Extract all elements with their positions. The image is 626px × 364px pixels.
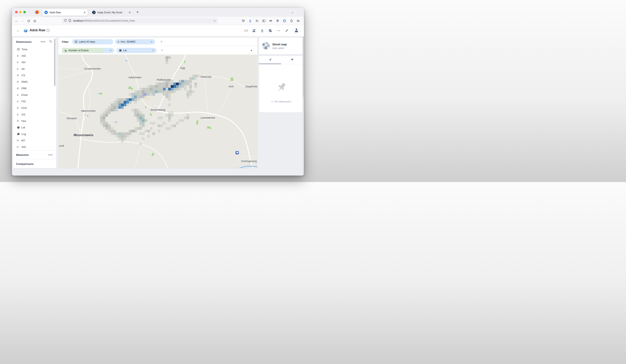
dimension-item-gnd[interactable]: #Gnd: [13, 105, 56, 111]
heatmap-cell: [137, 127, 139, 130]
edit-pencil-icon[interactable]: [285, 29, 289, 33]
ublock-icon[interactable]: uO: [274, 19, 281, 23]
heatmap-cell: [173, 85, 176, 88]
add-filter-button[interactable]: +: [160, 40, 162, 44]
measure-chip[interactable]: Number of Events: [62, 48, 103, 53]
add-to-dashboard-icon[interactable]: [252, 29, 256, 33]
containers-icon[interactable]: [267, 19, 274, 23]
shield-icon[interactable]: [64, 19, 67, 23]
heatmap-cell: [137, 111, 139, 114]
split-chip-lat[interactable]: Lat ✕: [117, 48, 156, 53]
search-icon[interactable]: [49, 40, 52, 43]
pin-dimension-button[interactable]: +Pin dimension: [259, 100, 303, 103]
close-tab-icon[interactable]: ✕: [83, 11, 86, 14]
new-tab-button[interactable]: +: [136, 10, 139, 14]
onepassword-icon[interactable]: [281, 19, 288, 23]
filter-chip-hex[interactable]: A Hex: 3D489C ✕: [115, 39, 155, 44]
user-avatar[interactable]: [293, 27, 300, 34]
downloads-icon[interactable]: [247, 19, 254, 23]
heatmap-cell: [126, 132, 129, 135]
heatmap-cell: [160, 124, 163, 127]
list-tabs-chevron-icon[interactable]: ⌄: [291, 10, 294, 14]
close-window-button[interactable]: [15, 11, 18, 13]
forest-patch: [84, 114, 86, 116]
pocket-icon[interactable]: [240, 19, 247, 23]
dimension-item-gs[interactable]: #GS: [13, 111, 56, 118]
sidebar-scrollbar[interactable]: [54, 39, 55, 86]
dimension-item-cs[interactable]: ACS: [13, 72, 56, 79]
library-icon[interactable]: [254, 19, 260, 23]
app-back-button[interactable]: ←: [16, 28, 20, 33]
heatmap-cell: [129, 130, 131, 132]
filter-chip-time[interactable]: Latest 30 days: [72, 39, 113, 44]
heatmap-cell: [134, 114, 137, 117]
heatmap-cell: [121, 98, 124, 101]
remove-split-icon[interactable]: ✕: [152, 49, 154, 52]
page-info-icon[interactable]: [69, 19, 71, 23]
tab-pin[interactable]: [259, 56, 281, 64]
download-icon[interactable]: [260, 29, 264, 33]
tab-imply-druid[interactable]: Imply Druid | My Druid ✕: [90, 9, 133, 16]
dimension-item-aid[interactable]: #AID: [13, 52, 56, 59]
heatmap-cell: [166, 88, 168, 90]
menu-hamburger-icon[interactable]: [295, 19, 302, 23]
dimension-item-alrt[interactable]: #Alrt: [13, 59, 56, 66]
browser-window: Adsb Raw ✕ Imply Druid | My Druid ✕ + ⌄ …: [12, 8, 304, 176]
dimension-item-sid[interactable]: #SID: [13, 144, 56, 150]
dimensions-more-icon[interactable]: ●●●: [40, 40, 45, 43]
dimension-item-dmg[interactable]: ADMG: [13, 79, 56, 85]
heatmap-cell: [100, 114, 103, 117]
add-split-button[interactable]: +: [161, 48, 163, 52]
remove-split-icon[interactable]: ✕: [109, 49, 112, 52]
heatmap-cell: [105, 111, 108, 114]
dimension-item-mt[interactable]: AMT: [13, 137, 56, 144]
reload-button[interactable]: [26, 19, 32, 23]
dimension-item-alt[interactable]: #Alt: [13, 66, 56, 72]
pivot-favicon-icon: [44, 11, 48, 14]
geo-type-icon: [17, 133, 21, 135]
heatmap-cell: [145, 130, 147, 132]
dimension-item-fid[interactable]: #FID: [13, 98, 56, 105]
dimension-item-dml[interactable]: ADML: [13, 85, 56, 92]
heatmap-cell: [187, 93, 189, 96]
dimension-item-time[interactable]: Time: [13, 46, 56, 52]
dimension-item-emer[interactable]: #Emer: [13, 92, 56, 98]
heatmap-cell: [129, 101, 131, 104]
dimension-item-hex[interactable]: AHex: [13, 118, 56, 124]
zoom-window-button[interactable]: [23, 11, 26, 13]
bookmark-star-icon[interactable]: ☆: [213, 19, 216, 22]
heatmap-cell: [116, 132, 118, 135]
heatmap-cell: [160, 82, 163, 85]
comparisons-section[interactable]: Comparisons: [13, 159, 56, 168]
dimension-item-lat[interactable]: Lat: [13, 124, 56, 131]
settings-toggles-icon[interactable]: [269, 29, 273, 33]
street-map[interactable]: GrunertshofenAdelshofenPfaffenhofenEggEi…: [58, 55, 258, 168]
more-options-icon[interactable]: [277, 29, 280, 33]
measures-more-icon[interactable]: ●●●: [48, 154, 53, 156]
tab-format[interactable]: [281, 56, 303, 64]
extension-puzzle-icon[interactable]: [288, 19, 295, 23]
water-patch: [98, 93, 99, 94]
heatmap-cell: [168, 85, 171, 88]
info-icon[interactable]: [46, 29, 50, 33]
viz-picker-card[interactable]: Street map Auto select: [259, 37, 304, 54]
back-button[interactable]: ←: [13, 19, 20, 23]
url-bar[interactable]: localhost:9095/pivot/i/0cc32191ceada0cbc…: [62, 18, 218, 24]
measures-section[interactable]: Measures ●●●: [13, 150, 56, 159]
heatmap-cell: [118, 98, 121, 101]
url-path: :9095/pivot/i/0cc32191ceada0cbc2/Adsb_Ra…: [83, 19, 135, 22]
sidebar-toggle-icon[interactable]: [260, 19, 267, 23]
collapse-chevron-icon[interactable]: ▾: [251, 49, 252, 52]
home-button[interactable]: [32, 19, 38, 23]
close-tab-icon[interactable]: ✕: [128, 11, 131, 14]
tab-adsb-raw[interactable]: Adsb Raw ✕: [42, 9, 88, 16]
forward-button[interactable]: →: [20, 19, 26, 23]
dimension-item-lng[interactable]: Lng: [13, 131, 56, 137]
remove-filter-icon[interactable]: ✕: [150, 40, 153, 43]
heatmap-cell: [187, 80, 189, 82]
heatmap-cell: [118, 138, 121, 140]
heatmap-cell: [124, 101, 126, 104]
number-type-icon: #: [17, 67, 21, 70]
minimize-window-button[interactable]: [19, 11, 22, 13]
page-scrollbar[interactable]: [303, 36, 304, 176]
